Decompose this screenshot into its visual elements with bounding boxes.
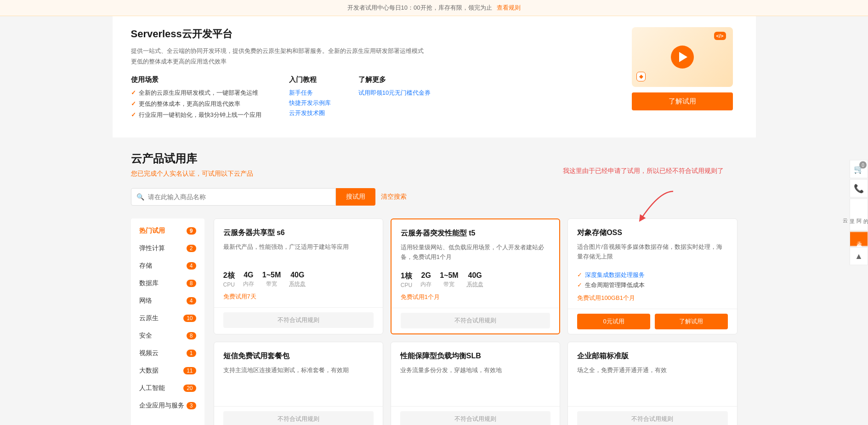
free-label-ecs-t5: 免费试用1个月 [401,293,550,301]
products-layout: 热门试用 9 弹性计算 2 存储 4 数据库 8 网络 4 云原生 10 [131,218,738,425]
cart-btn[interactable]: 🛒 0 [850,160,868,178]
phone-btn[interactable]: 📞 [850,179,868,198]
card-desc-ecs-s6: 最新代产品，性能强劲，广泛适用于建站等应用 [223,242,374,264]
sidebar-item-network[interactable]: 网络 4 [131,292,204,310]
sidebar-item-storage[interactable]: 存储 4 [131,257,204,275]
not-eligible-btn-email[interactable]: 不符合试用规则 [577,411,727,425]
search-icon: 🔍 [136,193,144,201]
view-rules-link[interactable]: 查看规则 [497,4,521,11]
sidebar-item-hottrials[interactable]: 热门试用 9 [131,222,204,240]
my-aliyun-btn[interactable]: 我的阿里云 [850,199,868,231]
phone-icon: 📞 [854,184,864,194]
action-bar-sms: 不符合试用规则 [214,406,383,425]
card-desc-sms: 支持主流地区连接通知测试，标准套餐，有效期 [223,366,374,388]
search-area: 🔍 搜试用 清空搜索 我这里由于已经申请了试用，所以已经不符合试用规则了 [131,188,738,206]
learn-more-links: 试用即领10元无门槛代金券 [358,89,431,97]
not-eligible-btn-ecs-t5[interactable]: 不符合试用规则 [401,313,550,328]
action-bar-email: 不符合试用规则 [568,406,737,425]
free-trial-btn-oss[interactable]: 0元试用 [577,314,650,329]
product-specs-ecs-s6: 2核 CPU 4G 内存 1~5M 带宽 40G 系统盘 [223,271,374,288]
serverless-visual: </> ◆ 了解试用 [627,27,738,110]
card-title-slb: 性能保障型负载均衡SLB [400,351,550,361]
oss-check-list: 深度集成数据处理服务 生命周期管理降低成本 [577,271,727,289]
spec-mem-t5: 2G 内存 [420,271,431,288]
not-eligible-btn-ecs-s6[interactable]: 不符合试用规则 [223,312,374,328]
up-arrow-icon: ▲ [855,252,863,261]
sidebar-item-cloudnative[interactable]: 云原生 10 [131,310,204,327]
code-icon: </> [714,32,726,40]
play-icon [671,46,694,69]
free-label-ecs-s6: 免费试用7天 [223,293,374,301]
action-bar-ecs-s6: 不符合试用规则 [214,307,383,333]
action-bar-ecs-t5: 不符合试用规则 [391,308,559,333]
card-title-sms: 短信免费试用套餐包 [223,351,374,361]
cart-badge: 0 [859,161,867,169]
serverless-columns: 使用场景 全新的云原生应用研发模式，一键部署免运维 更低的整体成本，更高的应用迭… [131,75,609,122]
oss-check-1: 深度集成数据处理服务 [577,271,727,279]
sidebar-item-video[interactable]: 视频云 1 [131,345,204,362]
card-desc-slb: 业务流量多份分发，穿越地域，有效地 [400,366,550,388]
diamond-icon: ◆ [636,72,646,81]
card-title-oss: 对象存储OSS [577,228,727,238]
serverless-image: </> ◆ [632,27,733,87]
oss-check-2: 生命周期管理降低成本 [577,281,727,289]
serverless-content: Serverless云开发平台 提供一站式、全云端的协同开发环境，提供免费的云原… [131,27,609,126]
spec-bw-t5: 1~5M 带宽 [440,271,458,288]
product-card-email: 企业邮箱标准版 场之全，免费开通开通开通，有效 不符合试用规则 [567,342,737,425]
myaliyun-label: 我的阿里云 [842,214,868,215]
main-content: 云产品试用库 您已完成个人实名认证，可试用以下云产品 🔍 搜试用 清空搜索 我这… [113,138,756,425]
search-input[interactable] [131,188,336,206]
clear-search-btn[interactable]: 清空搜索 [381,193,407,201]
tutorial-col: 入门教程 新手任务 快捷开发示例库 云开发技术圈 [289,75,331,122]
scenario-item-2: 更低的整体成本，更高的应用迭代效率 [131,100,261,108]
understand-trial-btn-oss[interactable]: 了解试用 [655,314,728,329]
sidebar-item-ai[interactable]: 人工智能 20 [131,379,204,397]
spec-mem: 4G 内存 [243,271,254,288]
serverless-title: Serverless云开发平台 [131,27,609,41]
product-card-slb: 性能保障型负载均衡SLB 业务流量多份分发，穿越地域，有效地 不符合试用规则 [391,342,560,425]
usage-scenario-col: 使用场景 全新的云原生应用研发模式，一键部署免运维 更低的整体成本，更高的应用迭… [131,75,261,122]
product-specs-ecs-t5: 1核 CPU 2G 内存 1~5M 带宽 40G 系统盘 [401,271,550,288]
scenario-item-3: 行业应用一键初始化，最快3分钟上线一个应用 [131,111,261,119]
know-trial-btn[interactable]: 了解试用 [632,92,733,110]
learn-more-link-1[interactable]: 试用即领10元无门槛代金券 [358,89,431,96]
section-subtitle: 您已完成个人实名认证，可试用以下云产品 [131,170,738,178]
spec-cpu-t5: 1核 CPU [401,271,412,288]
serverless-desc: 提供一站式、全云端的协同开发环境，提供免费的云原生架构和部署服务。全新的云原生应… [131,46,609,67]
scenario-list: 全新的云原生应用研发模式，一键部署免运维 更低的整体成本，更高的应用迭代效率 行… [131,89,261,119]
scenario-item-1: 全新的云原生应用研发模式，一键部署免运维 [131,89,261,97]
product-card-sms: 短信免费试用套餐包 支持主流地区连接通知测试，标准套餐，有效期 不符合试用规则 [214,342,383,425]
serverless-section: Serverless云开发平台 提供一站式、全云端的协同开发环境，提供免费的云原… [113,16,756,138]
sidebar-item-elastic[interactable]: 弹性计算 2 [131,240,204,257]
sidebar: 热门试用 9 弹性计算 2 存储 4 数据库 8 网络 4 云原生 10 [131,218,204,425]
learn-more-col: 了解更多 试用即领10元无门槛代金券 [358,75,431,122]
action-bar-oss: 0元试用 了解试用 [568,309,737,334]
spec-disk-t5: 40G 系统盘 [467,271,483,288]
card-title-ecs-t5: 云服务器突发性能型 t5 [401,229,550,238]
right-floating-panel: 🛒 0 📞 我的阿里云 上云采购养 ▲ [850,160,868,265]
products-grid: 云服务器共享型 s6 最新代产品，性能强劲，广泛适用于建站等应用 2核 CPU … [214,218,738,425]
card-desc-ecs-t5: 适用轻量级网站、低负载应用场景，个人开发者建站必备，免费试用1个月 [401,243,550,265]
back-to-top-btn[interactable]: ▲ [850,247,868,265]
sidebar-item-bigdata[interactable]: 大数据 11 [131,362,204,379]
product-card-ecs-t5: 云服务器突发性能型 t5 适用轻量级网站、低负载应用场景，个人开发者建站必备，免… [391,218,560,334]
search-btn[interactable]: 搜试用 [336,188,375,206]
product-card-ecs-s6: 云服务器共享型 s6 最新代产品，性能强劲，广泛适用于建站等应用 2核 CPU … [214,218,383,334]
tutorial-link-2[interactable]: 快捷开发示例库 [289,99,331,107]
upload-purchase-label: 上云采购养 [855,237,863,241]
section-title: 云产品试用库 [131,151,738,166]
tutorial-link-1[interactable]: 新手任务 [289,89,331,97]
upload-purchase-btn[interactable]: 上云采购养 [850,232,868,247]
spec-cpu: 2核 CPU [223,271,235,288]
free-label-oss: 免费试用100GB1个月 [577,294,727,302]
card-desc-oss: 适合图片/音视频等多媒体数据存储，数据实时处理，海量存储无上限 [577,242,727,264]
card-desc-email: 场之全，免费开通开通开通，有效 [577,366,727,388]
sidebar-item-security[interactable]: 安全 8 [131,327,204,345]
search-wrapper: 🔍 搜试用 清空搜索 [131,188,407,206]
sidebar-item-database[interactable]: 数据库 8 [131,275,204,292]
product-card-oss: 对象存储OSS 适合图片/音视频等多媒体数据存储，数据实时处理，海量存储无上限 … [567,218,737,334]
sidebar-item-enterprise[interactable]: 企业应用与服务 3 [131,397,204,414]
tutorial-link-3[interactable]: 云开发技术圈 [289,109,331,117]
not-eligible-btn-sms[interactable]: 不符合试用规则 [223,411,374,425]
not-eligible-btn-slb[interactable]: 不符合试用规则 [400,411,550,425]
